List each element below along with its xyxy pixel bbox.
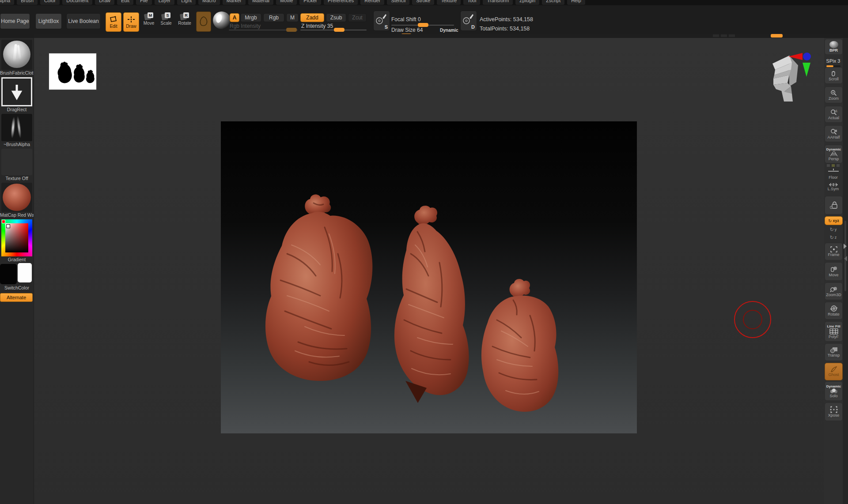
scale-button[interactable]: S Scale: [159, 12, 174, 26]
trash-bag-medium: [394, 206, 469, 403]
home-page-button[interactable]: Home Page: [0, 13, 30, 29]
zcut-button[interactable]: Zcut: [348, 13, 367, 22]
menu-texture[interactable]: Texture: [437, 0, 461, 5]
zadd-button[interactable]: Zadd: [300, 13, 324, 22]
xpose-button[interactable]: Xpose: [825, 402, 843, 421]
menu-layer[interactable]: Layer: [155, 0, 175, 5]
color-cursor: [6, 224, 10, 228]
move-button[interactable]: M Move: [141, 12, 156, 26]
menu-help[interactable]: Help: [567, 0, 585, 5]
local-symmetry-button[interactable]: L.Sym: [825, 180, 842, 193]
stroke-type-button[interactable]: [196, 11, 211, 32]
bpr-button[interactable]: BPR: [825, 39, 843, 55]
scroll-button[interactable]: Scroll: [825, 67, 843, 84]
m-button[interactable]: M: [286, 13, 299, 22]
persp-button[interactable]: Dynamic Persp: [825, 145, 843, 163]
horizontal-scrollbar[interactable]: [34, 34, 843, 38]
reference-thumbnail[interactable]: [49, 53, 96, 90]
menu-color[interactable]: Color: [40, 0, 60, 5]
z-intensity-slider[interactable]: [300, 30, 367, 30]
frame-button[interactable]: Frame: [825, 243, 843, 260]
focal-shift-slider[interactable]: [391, 25, 454, 26]
stroke-settings-button[interactable]: S: [373, 11, 390, 31]
color-channel-a-button[interactable]: A: [230, 13, 239, 22]
ghost-button[interactable]: Ghost: [825, 363, 843, 380]
menu-stroke[interactable]: Stroke: [412, 0, 434, 5]
menu-picker[interactable]: Picker: [299, 0, 321, 5]
actual-button[interactable]: x1 Actual: [825, 106, 843, 123]
menu-material[interactable]: Material: [248, 0, 273, 5]
rotate-y-button[interactable]: ↻y: [825, 226, 842, 233]
move-camera-button[interactable]: Move: [825, 262, 843, 281]
rotate-xyz-button[interactable]: ↻ xyz: [825, 216, 843, 225]
right-tray-divider[interactable]: [843, 38, 848, 504]
rotate-z-button[interactable]: ↻z: [825, 234, 842, 241]
axis-mini-toggles[interactable]: [827, 164, 840, 167]
menu-stencil[interactable]: Stencil: [387, 0, 409, 5]
document-canvas[interactable]: [221, 121, 637, 433]
menu-alpha[interactable]: Alpha: [0, 0, 14, 5]
tray-expand-arrow[interactable]: [844, 244, 847, 249]
menu-preferences[interactable]: Preferences: [324, 0, 358, 5]
active-points-readout: ActivePoints: 534,158: [480, 16, 533, 23]
polyframe-button[interactable]: Line Fill PolyF: [825, 321, 843, 342]
aahalf-button[interactable]: AAHalf: [825, 125, 843, 142]
main-color-swatch[interactable]: [0, 264, 17, 284]
menu-file[interactable]: File: [136, 0, 152, 5]
menu-render[interactable]: Render: [360, 0, 384, 5]
focal-shift-handle[interactable]: [418, 23, 428, 27]
rotate-button[interactable]: R Rotate: [176, 12, 193, 26]
rgb-button[interactable]: Rgb: [263, 13, 284, 22]
scrollbar-thumb[interactable]: [771, 34, 783, 38]
current-brush-thumbnail[interactable]: [1, 40, 32, 70]
rgb-intensity-handle[interactable]: [286, 28, 297, 32]
floor-button[interactable]: Floor: [825, 169, 842, 181]
menu-zplugin[interactable]: Zplugin: [515, 0, 539, 5]
magnifier-plus-icon: [830, 90, 837, 96]
menu-tool[interactable]: Tool: [463, 0, 480, 5]
transparency-button[interactable]: Transp: [825, 343, 843, 361]
color-picker[interactable]: [1, 219, 32, 256]
depth-settings-button[interactable]: D: [460, 11, 477, 31]
menu-light[interactable]: Light: [177, 0, 196, 5]
secondary-color-swatch[interactable]: [18, 263, 32, 282]
material-thumbnail[interactable]: [1, 183, 32, 212]
rgb-intensity-slider[interactable]: [229, 30, 298, 30]
z-intensity-label: Z Intensity 35: [301, 23, 333, 29]
zsub-button[interactable]: Zsub: [326, 13, 346, 22]
zoom3d-button[interactable]: Zoom3D: [825, 282, 843, 300]
camera-lock-button[interactable]: [825, 196, 843, 214]
texture-thumbnail[interactable]: [1, 149, 32, 175]
menu-zscript[interactable]: Zscript: [542, 0, 564, 5]
z-intensity-handle[interactable]: [334, 28, 344, 32]
alpha-thumbnail[interactable]: [1, 114, 32, 141]
menu-brush[interactable]: Brush: [17, 0, 38, 5]
camera-head-widget[interactable]: [766, 48, 816, 106]
menu-edit[interactable]: Edit: [117, 0, 133, 5]
right-shelf: BPR SPix 3 Scroll Zoom x1 Actual AAHalf …: [824, 38, 843, 504]
scrollbar-tick: [721, 34, 727, 37]
stroke-thumbnail[interactable]: [1, 77, 32, 106]
tray-collapse-arrow[interactable]: [844, 256, 847, 261]
menu-marker[interactable]: Marker: [223, 0, 246, 5]
alternate-button[interactable]: Alternate: [0, 293, 33, 302]
axis-z-dot[interactable]: [803, 53, 811, 60]
lightbox-button[interactable]: LightBox: [35, 13, 62, 29]
mrgb-button[interactable]: Mrgb: [240, 13, 261, 22]
menu-macro[interactable]: Macro: [198, 0, 220, 5]
menu-document[interactable]: Document: [62, 0, 92, 5]
draw-icon: [127, 16, 135, 23]
zoom-button[interactable]: Zoom: [825, 87, 843, 103]
draw-button[interactable]: Draw: [123, 12, 139, 32]
edit-button[interactable]: Edit: [106, 12, 121, 32]
axis-y-arrow[interactable]: [803, 63, 810, 77]
menu-transform[interactable]: Transform: [483, 0, 513, 5]
live-boolean-button[interactable]: Live Boolean: [66, 13, 101, 29]
spix-control[interactable]: SPix 3: [825, 56, 842, 67]
material-sphere-button[interactable]: [213, 11, 231, 29]
solo-button[interactable]: Dynamic Solo: [825, 381, 843, 401]
menu-movie[interactable]: Movie: [276, 0, 297, 5]
workspace: [34, 38, 843, 504]
menu-draw[interactable]: Draw: [95, 0, 114, 5]
rotate-camera-button[interactable]: Rotate: [825, 302, 843, 320]
